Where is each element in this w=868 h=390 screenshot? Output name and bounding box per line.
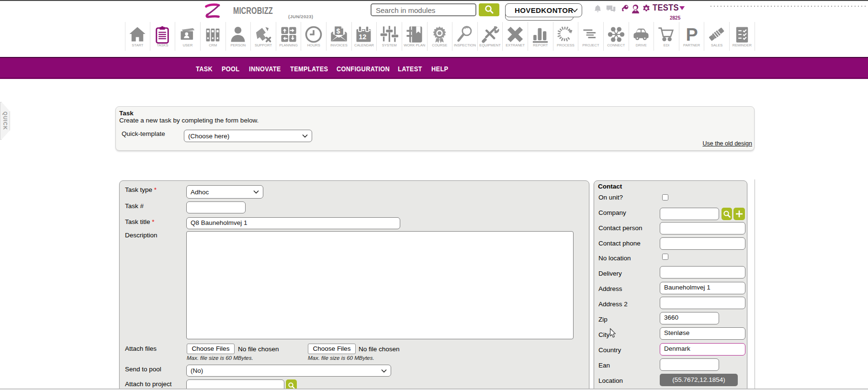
svg-text:P: P xyxy=(686,25,698,44)
svg-text:$: $ xyxy=(336,27,340,35)
svg-text:12: 12 xyxy=(359,33,367,41)
